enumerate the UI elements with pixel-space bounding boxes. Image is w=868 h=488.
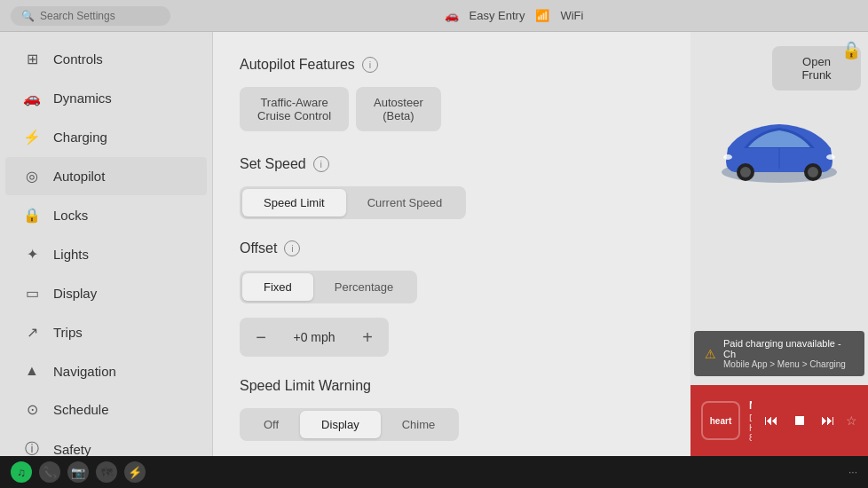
sidebar-item-autopilot[interactable]: ◎ Autopilot xyxy=(5,157,207,195)
sidebar-label-schedule: Schedule xyxy=(53,402,109,417)
offset-section: Offset i Fixed Percentage − +0 mph + xyxy=(240,240,664,357)
offset-value: +0 mph xyxy=(279,330,350,344)
next-track-button[interactable]: ⏭ xyxy=(817,409,839,432)
sidebar-label-display: Display xyxy=(53,286,97,301)
sidebar-item-charging[interactable]: ⚡ Charging xyxy=(5,118,207,156)
set-speed-toggle-group: Speed Limit Current Speed xyxy=(240,186,466,219)
sidebar-label-autopilot: Autopilot xyxy=(53,169,105,184)
notification-text: Paid charging unavailable - Ch xyxy=(723,338,854,359)
offset-label: Offset xyxy=(240,240,277,256)
sidebar-item-safety[interactable]: ⓘ Safety xyxy=(5,429,207,456)
schedule-icon: ⊙ xyxy=(23,401,41,418)
set-speed-title: Set Speed i xyxy=(240,156,664,172)
sidebar-item-dynamics[interactable]: 🚗 Dynamics xyxy=(5,79,207,117)
svg-point-3 xyxy=(740,167,751,177)
autopilot-info-icon[interactable]: i xyxy=(362,57,378,73)
sidebar: ⊞ Controls 🚗 Dynamics ⚡ Charging ◎ Autop… xyxy=(0,32,213,456)
offset-info-icon[interactable]: i xyxy=(284,240,300,256)
search-placeholder: Search Settings xyxy=(40,10,115,22)
warning-toggle-group: Off Display Chime xyxy=(240,408,459,441)
spotify-icon[interactable]: ♫ xyxy=(11,461,32,483)
phone-icon[interactable]: 📞 xyxy=(39,461,60,483)
speed-limit-warning-title: Speed Limit Warning xyxy=(240,378,664,394)
prev-track-button[interactable]: ⏮ xyxy=(761,409,782,432)
autopilot-icon: ◎ xyxy=(23,168,41,185)
screen: 🔍 Search Settings 🚗 Easy Entry 📶 WiFi ⊞ … xyxy=(0,0,868,488)
right-panel: OpenFrunk 🔓 xyxy=(690,32,868,456)
display-icon: ▭ xyxy=(23,285,41,302)
music-player: heart Now on Heart 80s: Bruce S DAB Hear… xyxy=(690,385,868,456)
sidebar-item-trips[interactable]: ↗ Trips xyxy=(5,313,207,351)
current-speed-btn[interactable]: Current Speed xyxy=(346,189,464,216)
search-icon: 🔍 xyxy=(21,10,35,22)
sidebar-item-display[interactable]: ▭ Display xyxy=(5,274,207,312)
top-bar: 🔍 Search Settings 🚗 Easy Entry 📶 WiFi xyxy=(0,0,868,32)
taskbar-more-icon: ··· xyxy=(848,466,857,478)
warning-chime-btn[interactable]: Chime xyxy=(381,411,457,438)
notification: ⚠ Paid charging unavailable - Ch Mobile … xyxy=(694,331,864,376)
camera-icon[interactable]: 📷 xyxy=(67,461,89,483)
notification-subtext: Mobile App > Menu > Charging xyxy=(723,359,854,369)
sidebar-item-lights[interactable]: ✦ Lights xyxy=(5,235,207,273)
top-bar-center: 🚗 Easy Entry 📶 WiFi xyxy=(170,9,857,22)
offset-decrement-btn[interactable]: − xyxy=(243,321,279,353)
warning-off-btn[interactable]: Off xyxy=(242,411,300,438)
offset-title: Offset i xyxy=(240,240,664,256)
stop-button[interactable]: ⏹ xyxy=(789,409,810,432)
music-info: Now on Heart 80s: Bruce S DAB Heart 80s xyxy=(749,399,752,443)
lights-icon: ✦ xyxy=(23,246,41,263)
sidebar-label-lights: Lights xyxy=(53,247,89,262)
svg-point-7 xyxy=(723,154,732,160)
energy-icon[interactable]: ⚡ xyxy=(124,461,146,483)
sidebar-item-controls[interactable]: ⊞ Controls xyxy=(5,40,207,78)
warning-display-btn[interactable]: Display xyxy=(300,411,381,438)
bottom-taskbar: ♫ 📞 📷 🗺 ⚡ ··· xyxy=(0,456,868,488)
feature-traffic-aware[interactable]: Traffic-AwareCruise Control xyxy=(240,87,349,131)
offset-increment-btn[interactable]: + xyxy=(350,321,385,353)
offset-toggle-group: Fixed Percentage xyxy=(240,271,417,303)
sidebar-label-locks: Locks xyxy=(53,208,88,223)
sidebar-item-locks[interactable]: 🔒 Locks xyxy=(5,196,207,234)
feature-autosteer[interactable]: Autosteer(Beta) xyxy=(356,87,441,131)
autopilot-features-grid: Traffic-AwareCruise Control Autosteer(Be… xyxy=(240,87,664,131)
offset-fixed-btn[interactable]: Fixed xyxy=(242,273,313,301)
charging-icon: ⚡ xyxy=(23,129,41,146)
search-area[interactable]: 🔍 Search Settings xyxy=(11,6,170,26)
main-panel: Autopilot Features i Traffic-AwareCruise… xyxy=(213,32,690,456)
easy-entry-label: Easy Entry xyxy=(470,9,525,22)
svg-point-5 xyxy=(808,167,818,177)
sidebar-label-dynamics: Dynamics xyxy=(53,91,112,106)
speed-limit-btn[interactable]: Speed Limit xyxy=(242,189,346,216)
sidebar-label-trips: Trips xyxy=(53,325,83,340)
autopilot-features-title: Autopilot Features i xyxy=(240,57,664,73)
trips-icon: ↗ xyxy=(23,324,41,341)
offset-percentage-btn[interactable]: Percentage xyxy=(313,273,415,301)
sidebar-label-controls: Controls xyxy=(53,51,103,67)
heart-logo-text: heart xyxy=(710,416,731,426)
svg-point-6 xyxy=(826,154,835,160)
navigation-icon: ▲ xyxy=(23,363,41,379)
sidebar-label-navigation: Navigation xyxy=(53,364,116,379)
music-station: DAB Heart 80s xyxy=(749,413,752,443)
set-speed-label: Set Speed xyxy=(240,156,306,172)
music-controls: ⏮ ⏹ ⏭ ☆ xyxy=(761,409,857,432)
taskbar-left: ♫ 📞 📷 🗺 ⚡ xyxy=(11,461,146,483)
heart-logo: heart xyxy=(701,401,740,440)
signal-icon: 📶 xyxy=(535,9,549,22)
speed-limit-warning-section: Speed Limit Warning Off Display Chime xyxy=(240,378,664,441)
maps-icon[interactable]: 🗺 xyxy=(96,461,117,483)
main-content: ⊞ Controls 🚗 Dynamics ⚡ Charging ◎ Autop… xyxy=(0,32,868,456)
music-title: Now on Heart 80s: Bruce S xyxy=(749,399,752,412)
offset-control: − +0 mph + xyxy=(240,318,389,357)
sidebar-item-navigation[interactable]: ▲ Navigation xyxy=(5,352,207,390)
autopilot-features-label: Autopilot Features xyxy=(240,57,355,73)
notification-content: Paid charging unavailable - Ch Mobile Ap… xyxy=(723,338,854,369)
car-image xyxy=(708,108,850,197)
sidebar-item-schedule[interactable]: ⊙ Schedule xyxy=(5,390,207,429)
locks-icon: 🔒 xyxy=(23,207,41,224)
set-speed-info-icon[interactable]: i xyxy=(313,156,329,172)
favorite-button[interactable]: ☆ xyxy=(846,413,857,428)
taskbar-right: ··· xyxy=(848,466,857,478)
warning-icon: ⚠ xyxy=(705,347,716,361)
car-svg xyxy=(708,108,850,197)
